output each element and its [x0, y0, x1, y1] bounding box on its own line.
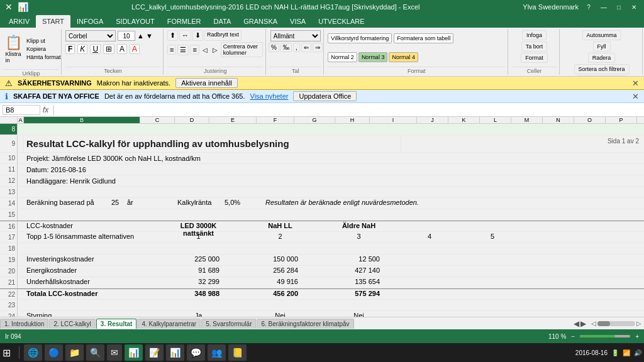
sheet-tab-5[interactable]: 5. Svarsformulär: [201, 319, 256, 329]
sort-filter-button[interactable]: Sortera och filtrera: [574, 64, 630, 74]
tab-infoga[interactable]: INFOGA: [70, 15, 109, 28]
row-9-title-cell[interactable]: Resultat LCC-kalkyl för upphandling av u…: [24, 135, 401, 152]
taskbar-skype[interactable]: 💬: [187, 344, 205, 361]
taskbar-explorer[interactable]: 📁: [65, 344, 84, 361]
close-btn[interactable]: ✕: [629, 2, 639, 12]
tab-data[interactable]: DATA: [208, 15, 238, 28]
sheet-tab-2[interactable]: 2. LCC-kalkyl: [49, 319, 95, 329]
col-header-p[interactable]: P: [606, 117, 637, 123]
scroll-right-btn[interactable]: ▷: [636, 320, 641, 327]
zoom-slider[interactable]: [580, 335, 630, 337]
align-right-button[interactable]: ≡: [190, 45, 199, 55]
tab-arkiv[interactable]: ARKIV: [3, 15, 36, 28]
format-button[interactable]: Hämta format: [24, 53, 64, 61]
col-header-j[interactable]: J: [417, 117, 448, 123]
row-14-years-cell[interactable]: 25: [106, 198, 125, 209]
currency-button[interactable]: %: [269, 43, 279, 52]
update-office-button[interactable]: Uppdatera Office: [293, 91, 357, 101]
security-close-button[interactable]: ✕: [632, 79, 639, 88]
tab-sidlayout[interactable]: SIDLAYOUT: [109, 15, 161, 28]
sheet-tab-6[interactable]: 6. Beräkningsfaktorer klimatpåv: [257, 319, 353, 329]
taskbar-onenote[interactable]: 📒: [228, 344, 247, 361]
taskbar-word[interactable]: 📝: [145, 344, 164, 361]
dec-decrease-button[interactable]: ⇒: [313, 43, 323, 52]
taskbar-mail[interactable]: ✉: [107, 344, 122, 361]
sheet-tab-3-active[interactable]: 3. Resultat: [96, 319, 137, 329]
merge-center-button[interactable]: Centrera över kolumner: [221, 42, 264, 57]
col-header-i[interactable]: I: [370, 117, 417, 123]
autosum-button[interactable]: Autosumma: [582, 30, 621, 40]
comma-button[interactable]: ,: [293, 43, 300, 52]
font-size-up[interactable]: ▲: [137, 32, 144, 40]
tab-granska[interactable]: GRANSKA: [237, 15, 284, 28]
insert-cells-button[interactable]: Infoga: [522, 30, 547, 40]
scroll-tabs-left[interactable]: ◀: [574, 319, 579, 328]
col-header-n[interactable]: N: [543, 117, 574, 123]
col-header-d[interactable]: D: [175, 117, 209, 123]
tab-formler[interactable]: FORMLER: [161, 15, 208, 28]
row-14-rate-cell[interactable]: 5,0%: [222, 198, 250, 209]
zoom-in-icon[interactable]: +: [635, 333, 639, 340]
dec-increase-button[interactable]: ⇐: [301, 43, 311, 52]
col-header-o[interactable]: O: [574, 117, 606, 123]
style-normal2-button[interactable]: Normal 2: [328, 52, 357, 62]
indent-increase-button[interactable]: ▷: [211, 46, 219, 54]
col-header-e[interactable]: E: [209, 117, 257, 123]
fill-button[interactable]: Fyll: [593, 41, 611, 52]
sheet-tab-4[interactable]: 4. Kalkylparametrar: [137, 319, 201, 329]
horizontal-scrollbar[interactable]: ◁ ▷: [589, 320, 644, 327]
align-left-button[interactable]: ≡: [167, 45, 176, 55]
align-middle-button[interactable]: ↔: [179, 30, 191, 41]
formula-input[interactable]: [59, 106, 642, 114]
sheet-tab-1[interactable]: 1. Introduktion: [0, 319, 48, 329]
enable-content-button[interactable]: Aktivera innehåll: [175, 78, 238, 88]
align-center-button[interactable]: ☰: [177, 45, 189, 55]
style-normal4-button[interactable]: Normal 4: [389, 52, 418, 62]
row-8-content[interactable]: [18, 124, 644, 134]
format-cells-button[interactable]: Format: [521, 53, 548, 63]
align-top-button[interactable]: ⬆: [167, 30, 178, 41]
view-news-link[interactable]: Visa nyheter: [250, 92, 289, 100]
taskbar-teams[interactable]: 👥: [208, 344, 226, 361]
format-as-table-button[interactable]: Formatera som tabell: [394, 33, 453, 43]
taskbar-powerpoint[interactable]: 📊: [166, 344, 184, 361]
restore-btn[interactable]: □: [614, 2, 624, 12]
number-format-select[interactable]: Allmänt: [270, 30, 321, 41]
percent-button[interactable]: ‰: [280, 43, 292, 52]
scroll-track[interactable]: [597, 321, 635, 326]
col-header-a[interactable]: A: [18, 117, 24, 123]
taskbar-excel[interactable]: 📊: [125, 344, 143, 361]
row-11-datum-cell[interactable]: Datum: 2016-08-16: [24, 164, 213, 175]
help-btn[interactable]: ?: [584, 2, 594, 12]
tab-utvecklare[interactable]: UTVECKLARE: [312, 15, 370, 28]
scroll-tabs-right[interactable]: ▶: [580, 319, 586, 328]
taskbar-edge[interactable]: 🔵: [45, 344, 63, 361]
paste-button[interactable]: 📋 Klistra in: [4, 30, 23, 68]
col-header-c[interactable]: C: [140, 117, 175, 123]
font-size-down[interactable]: ▼: [146, 32, 153, 40]
taskbar-ie[interactable]: 🌐: [24, 344, 42, 361]
row-10-projekt-cell[interactable]: Projekt: Jämförelse LED 3000K och NaH LL…: [24, 153, 275, 163]
italic-button[interactable]: K: [77, 44, 87, 54]
scroll-thumb[interactable]: [597, 321, 610, 326]
tab-visa[interactable]: VISA: [284, 15, 312, 28]
col-header-m[interactable]: M: [511, 117, 543, 123]
taskbar-cortana[interactable]: 🔍: [86, 344, 104, 361]
col-header-f[interactable]: F: [257, 117, 294, 123]
font-size-input[interactable]: [118, 31, 135, 41]
font-color-button[interactable]: A: [130, 44, 140, 54]
office-close-button[interactable]: ✕: [632, 92, 639, 101]
col-header-l[interactable]: L: [480, 117, 511, 123]
col-header-h[interactable]: H: [335, 117, 370, 123]
fill-color-button[interactable]: A: [117, 44, 127, 54]
start-button[interactable]: ⊞: [3, 347, 11, 359]
minimize-btn[interactable]: —: [599, 2, 609, 12]
font-family-select[interactable]: Corbel: [65, 30, 116, 41]
underline-button[interactable]: U: [90, 44, 101, 54]
cut-button[interactable]: Klipp ut: [24, 37, 64, 45]
col-header-g[interactable]: G: [294, 117, 335, 123]
wrap-text-button[interactable]: Radbrytt text: [204, 30, 242, 41]
delete-cells-button[interactable]: Ta bort: [521, 41, 548, 52]
scroll-left-btn[interactable]: ◁: [591, 320, 596, 327]
tab-start[interactable]: START: [36, 15, 70, 28]
